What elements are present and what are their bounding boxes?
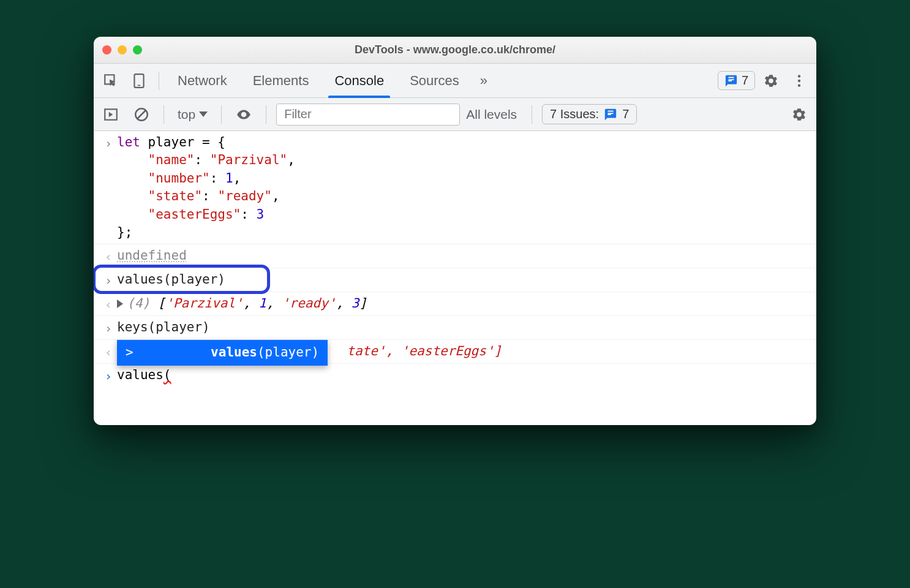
tab-overflow[interactable]: » bbox=[474, 64, 494, 98]
maximize-window-button[interactable] bbox=[133, 45, 142, 55]
code-block[interactable]: let player = { "name": "Parzival", "numb… bbox=[117, 134, 810, 241]
levels-label: All levels bbox=[466, 107, 517, 122]
sidebar-toggle-icon[interactable] bbox=[99, 102, 123, 127]
clear-console-icon[interactable] bbox=[129, 102, 154, 127]
title-bar: DevTools - www.google.co.uk/chrome/ bbox=[94, 37, 816, 64]
chevron-down-icon bbox=[199, 111, 208, 117]
tab-console[interactable]: Console bbox=[323, 64, 395, 98]
keys-call[interactable]: keys(player) bbox=[117, 318, 810, 336]
prompt-arrow-icon: › bbox=[100, 366, 117, 385]
divider bbox=[532, 105, 532, 124]
result-arrow-icon: ‹ bbox=[100, 342, 117, 361]
prompt-arrow-icon: › bbox=[100, 318, 117, 337]
expand-icon[interactable] bbox=[117, 300, 123, 308]
svg-point-2 bbox=[798, 75, 800, 77]
console-result-row: ‹ (4) ['Parzival', 1, 'ready', 3] bbox=[94, 292, 816, 316]
divider bbox=[266, 105, 266, 124]
settings-gear-icon[interactable] bbox=[759, 69, 783, 93]
result-arrow-icon: ‹ bbox=[100, 295, 117, 313]
undefined-result: undefined bbox=[117, 247, 810, 265]
divider bbox=[164, 105, 164, 124]
log-levels-selector[interactable]: All levels bbox=[466, 107, 522, 122]
device-toggle-icon[interactable] bbox=[127, 69, 151, 93]
tab-sources[interactable]: Sources bbox=[399, 64, 470, 98]
console-result-row: ‹ XXtate', 'easterEggs'] > values(player… bbox=[94, 340, 816, 364]
console-output[interactable]: › let player = { "name": "Parzival", "nu… bbox=[94, 131, 816, 425]
console-filter-bar: top All levels 7 Issues: 7 bbox=[94, 98, 816, 131]
svg-point-4 bbox=[798, 84, 800, 86]
prompt-arrow-icon: › bbox=[100, 271, 117, 289]
more-vert-icon[interactable] bbox=[787, 69, 811, 93]
autocomplete-popup[interactable]: > values(player) bbox=[117, 340, 328, 365]
keys-result[interactable]: XXtate', 'easterEggs'] > values(player) bbox=[117, 342, 810, 360]
svg-rect-1 bbox=[138, 85, 140, 86]
svg-point-3 bbox=[798, 79, 800, 81]
minimize-window-button[interactable] bbox=[118, 45, 127, 55]
console-prompt-input[interactable]: values( bbox=[117, 366, 810, 384]
console-input-row: › let player = { "name": "Parzival", "nu… bbox=[94, 131, 816, 244]
window-title: DevTools - www.google.co.uk/chrome/ bbox=[94, 43, 816, 56]
close-window-button[interactable] bbox=[102, 45, 111, 55]
tab-network[interactable]: Network bbox=[167, 64, 238, 98]
live-expression-icon[interactable] bbox=[231, 102, 256, 127]
prompt-arrow-icon: › bbox=[100, 134, 117, 152]
messages-badge[interactable]: 7 bbox=[718, 71, 755, 90]
console-input-row: › values(player) bbox=[94, 268, 816, 292]
console-result-row: ‹ undefined bbox=[94, 244, 816, 268]
svg-line-7 bbox=[138, 110, 146, 118]
values-call[interactable]: values(player) bbox=[117, 271, 810, 288]
traffic-lights bbox=[102, 45, 142, 55]
context-selector[interactable]: top bbox=[174, 107, 211, 122]
devtools-window: DevTools - www.google.co.uk/chrome/ Netw… bbox=[94, 37, 816, 425]
divider bbox=[159, 72, 159, 90]
filter-input[interactable] bbox=[276, 104, 460, 126]
context-label: top bbox=[178, 107, 195, 122]
result-arrow-icon: ‹ bbox=[100, 247, 117, 265]
messages-count: 7 bbox=[742, 74, 748, 88]
console-settings-gear-icon[interactable] bbox=[787, 102, 811, 127]
issues-label: 7 Issues: bbox=[550, 107, 599, 121]
values-result[interactable]: (4) ['Parzival', 1, 'ready', 3] bbox=[117, 295, 810, 312]
console-input-row: › keys(player) bbox=[94, 316, 816, 340]
inspect-element-icon[interactable] bbox=[99, 69, 123, 93]
divider bbox=[221, 105, 222, 124]
tab-bar: Network Elements Console Sources » 7 bbox=[94, 64, 816, 98]
issues-badge[interactable]: 7 Issues: 7 bbox=[542, 104, 637, 124]
console-prompt-row[interactable]: › values( bbox=[94, 364, 816, 387]
issues-count: 7 bbox=[622, 107, 629, 121]
tab-elements[interactable]: Elements bbox=[242, 64, 320, 98]
